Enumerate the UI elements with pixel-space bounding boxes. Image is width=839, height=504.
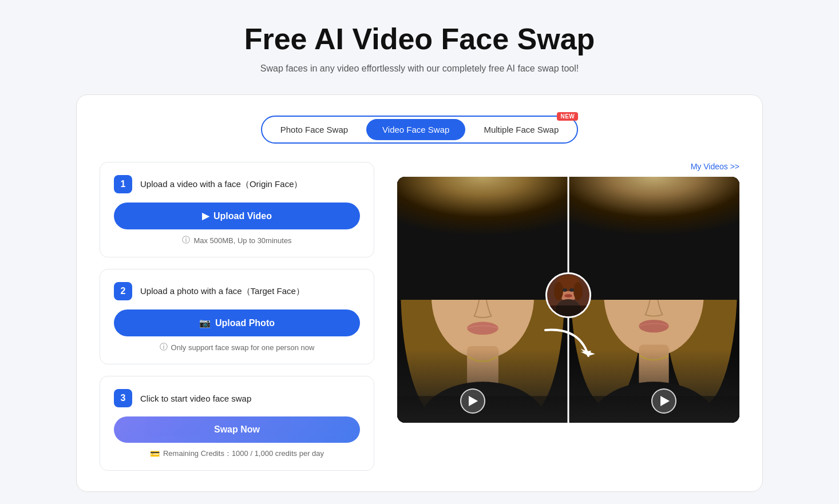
svg-point-44 [569, 288, 574, 292]
svg-rect-27 [639, 345, 668, 386]
play-triangle-left [469, 396, 478, 406]
svg-point-20 [572, 177, 736, 268]
step-3-hint: 💳 Remaining Credits：1000 / 1,000 credits… [114, 449, 360, 459]
arrow-svg [534, 324, 603, 364]
svg-point-10 [458, 284, 471, 294]
steps-column: 1 Upload a video with a face（Origin Face… [100, 162, 374, 471]
swap-face-circle [545, 272, 591, 318]
step-1-header: 1 Upload a video with a face（Origin Face… [114, 175, 360, 193]
svg-point-42 [573, 282, 583, 300]
svg-rect-37 [568, 177, 739, 186]
svg-point-1 [404, 177, 561, 275]
svg-point-45 [564, 294, 572, 297]
svg-point-31 [662, 281, 682, 294]
svg-point-29 [630, 283, 642, 292]
tab-photo[interactable]: Photo Face Swap [264, 119, 364, 140]
svg-point-4 [426, 177, 540, 268]
svg-rect-18 [397, 177, 568, 189]
info-icon-2: ⓘ [160, 342, 168, 352]
tab-video[interactable]: Video Face Swap [366, 119, 465, 140]
face-right-sim [568, 177, 739, 423]
svg-point-14 [497, 285, 504, 292]
play-button-right[interactable] [651, 388, 676, 414]
svg-point-12 [490, 283, 510, 295]
page-header: Free AI Video Face Swap Swap faces in an… [244, 23, 595, 74]
svg-point-28 [626, 281, 646, 294]
step-3-number: 3 [114, 389, 132, 407]
svg-point-7 [432, 233, 534, 359]
swap-arrow [534, 324, 603, 367]
step-3-header: 3 Click to start video face swap [114, 389, 360, 407]
svg-point-34 [639, 320, 668, 332]
upload-photo-button[interactable]: 📷 Upload Photo [114, 309, 360, 336]
svg-point-32 [665, 283, 678, 292]
preview-split [397, 177, 739, 423]
play-button-left[interactable] [460, 388, 485, 414]
face-right-svg [568, 177, 739, 423]
step-1-hint: ⓘ Max 500MB, Up to 30minutes [114, 235, 360, 245]
image-icon: 📷 [199, 318, 211, 328]
credits-icon: 💳 [150, 449, 160, 458]
page-subtitle: Swap faces in any video effortlessly wit… [244, 64, 595, 74]
svg-point-13 [494, 284, 506, 294]
step-3-label: Click to start video face swap [140, 394, 251, 403]
play-circle-icon: ▶ [202, 211, 209, 221]
upload-video-button[interactable]: ▶ Upload Video [114, 203, 360, 229]
step-1-label: Upload a video with a face（Origin Face） [140, 179, 302, 190]
content-row: 1 Upload a video with a face（Origin Face… [100, 162, 739, 471]
my-videos-link[interactable]: My Videos >> [691, 162, 739, 171]
preview-right [568, 177, 739, 423]
swap-face-svg [547, 274, 589, 316]
svg-point-23 [595, 177, 712, 263]
svg-point-41 [554, 282, 563, 300]
svg-point-2 [401, 177, 479, 418]
tabs-container: Photo Face Swap Video Face Swap Multiple… [261, 116, 579, 144]
svg-point-26 [604, 233, 703, 356]
face-left-sim [397, 177, 568, 423]
step-2-number: 2 [114, 282, 132, 300]
svg-point-9 [455, 283, 475, 295]
preview-column: My Videos >> [397, 162, 739, 423]
svg-point-15 [467, 322, 498, 335]
new-badge: NEW [557, 112, 578, 121]
preview-image [397, 177, 739, 423]
svg-point-30 [632, 284, 639, 291]
svg-point-22 [663, 177, 738, 407]
step-2-header: 2 Upload a photo with a face（Target Face… [114, 282, 360, 300]
step-3-card: 3 Click to start video face swap Swap No… [100, 376, 374, 471]
svg-point-11 [461, 285, 468, 292]
svg-point-33 [668, 284, 675, 291]
play-triangle-right [660, 396, 670, 406]
tab-multiple[interactable]: Multiple Face Swap NEW [468, 119, 575, 140]
step-1-card: 1 Upload a video with a face（Origin Face… [100, 162, 374, 257]
svg-rect-8 [467, 346, 498, 389]
step-2-hint: ⓘ Only support face swap for one person … [114, 342, 360, 352]
main-card: Photo Face Swap Video Face Swap Multiple… [76, 94, 763, 492]
preview-left [397, 177, 568, 423]
step-2-card: 2 Upload a photo with a face（Target Face… [100, 269, 374, 364]
page-title: Free AI Video Face Swap [244, 23, 595, 55]
step-2-label: Upload a photo with a face（Target Face） [140, 286, 304, 297]
info-icon-1: ⓘ [182, 235, 190, 245]
face-left-svg [397, 177, 568, 423]
svg-point-43 [563, 288, 567, 292]
swap-now-button[interactable]: Swap Now [114, 416, 360, 443]
step-1-number: 1 [114, 175, 132, 193]
